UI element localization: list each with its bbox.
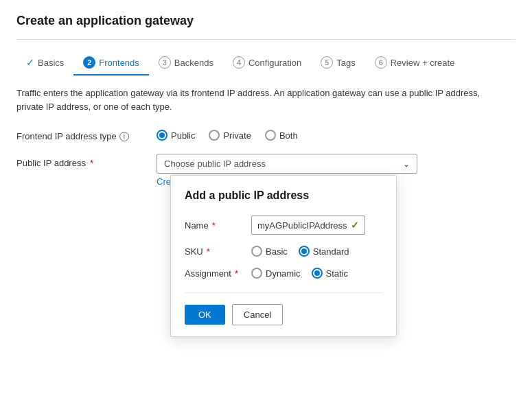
assignment-radio-static[interactable]: Static <box>312 268 349 279</box>
modal-name-label: Name * <box>185 220 243 231</box>
assignment-radio-dynamic[interactable]: Dynamic <box>251 268 301 279</box>
sku-basic-label: Basic <box>266 246 288 257</box>
modal-assignment-required: * <box>235 268 238 279</box>
sku-radio-basic[interactable]: Basic <box>251 246 288 257</box>
sku-radio-standard[interactable]: Standard <box>299 246 349 257</box>
sku-basic-circle <box>251 246 262 257</box>
ok-button[interactable]: OK <box>185 305 225 325</box>
modal-name-required: * <box>212 220 216 231</box>
valid-check-icon: ✓ <box>351 220 359 231</box>
modal-name-row: Name * ✓ <box>185 216 382 235</box>
sku-standard-label: Standard <box>313 246 349 257</box>
modal-sku-options: Basic Standard <box>251 246 349 257</box>
modal-assignment-row: Assignment * Dynamic Static <box>185 268 382 279</box>
assignment-dynamic-label: Dynamic <box>266 268 301 279</box>
cancel-button[interactable]: Cancel <box>232 304 283 325</box>
add-public-ip-modal: Add a public IP address Name * ✓ SKU * <box>170 175 397 337</box>
sku-standard-circle <box>299 246 310 257</box>
modal-name-input[interactable] <box>257 220 347 231</box>
modal-assignment-label: Assignment * <box>185 268 243 279</box>
modal-sku-label: SKU * <box>185 246 243 257</box>
assignment-static-label: Static <box>326 268 349 279</box>
modal-sku-row: SKU * Basic Standard <box>185 246 382 257</box>
modal-footer: OK Cancel <box>185 292 382 325</box>
assignment-dynamic-circle <box>251 268 262 279</box>
modal-name-input-box[interactable]: ✓ <box>251 216 365 235</box>
modal-sku-required: * <box>207 246 210 257</box>
modal-title: Add a public IP address <box>185 189 382 202</box>
modal-assignment-options: Dynamic Static <box>251 268 348 279</box>
assignment-static-circle <box>312 268 323 279</box>
page-container: Create an application gateway ✓ Basics 2… <box>0 0 532 213</box>
modal-overlay: Add a public IP address Name * ✓ SKU * <box>0 0 532 213</box>
